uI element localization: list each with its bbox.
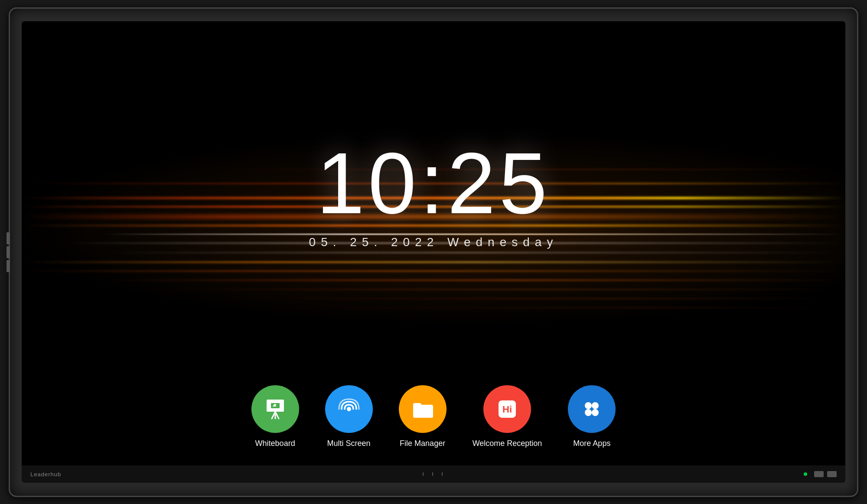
svg-point-11	[585, 409, 592, 416]
moreapps-label: More Apps	[573, 439, 610, 448]
main-content: 10:25 05. 25. 2022 Wednesday	[22, 21, 845, 385]
side-button-2[interactable]	[7, 246, 10, 258]
welcome-icon-bg: Hi	[483, 385, 531, 433]
app-welcome[interactable]: Hi Welcome Reception	[473, 385, 542, 448]
moreapps-icon-bg	[568, 385, 616, 433]
svg-point-10	[592, 402, 599, 409]
side-button-1[interactable]	[7, 232, 10, 244]
app-moreapps[interactable]: More Apps	[568, 385, 616, 448]
tick-1	[423, 472, 424, 476]
app-filemanager[interactable]: File Manager	[399, 385, 447, 448]
brand-logo: Leaderhub	[30, 471, 61, 478]
bottom-indicators	[804, 471, 837, 477]
screen: 10:25 05. 25. 2022 Wednesday	[22, 21, 845, 483]
side-button-3[interactable]	[7, 260, 10, 272]
welcome-svg: Hi	[494, 396, 520, 422]
tick-3	[442, 472, 443, 476]
monitor: 10:25 05. 25. 2022 Wednesday	[9, 7, 858, 497]
moreapps-svg	[579, 396, 605, 422]
whiteboard-icon-bg	[251, 385, 299, 433]
bottom-nav-icons	[814, 471, 837, 477]
tick-2	[432, 472, 433, 476]
nav-btn-2[interactable]	[827, 471, 837, 477]
svg-point-12	[592, 409, 599, 416]
svg-point-6	[347, 407, 351, 411]
multiscreen-svg	[336, 396, 362, 422]
app-whiteboard[interactable]: Whiteboard	[251, 385, 299, 448]
nav-btn-1[interactable]	[814, 471, 824, 477]
bottom-center-ticks	[423, 472, 443, 476]
app-multiscreen[interactable]: Multi Screen	[325, 385, 373, 448]
multiscreen-icon-bg	[325, 385, 373, 433]
svg-text:Hi: Hi	[502, 404, 512, 415]
side-buttons	[7, 232, 10, 272]
filemanager-label: File Manager	[400, 439, 445, 448]
filemanager-svg	[410, 396, 436, 422]
bottom-bar: Leaderhub	[22, 465, 845, 483]
svg-point-5	[274, 404, 276, 406]
svg-point-9	[585, 402, 592, 409]
power-indicator	[804, 472, 807, 476]
clock-display: 10:25	[316, 140, 551, 227]
whiteboard-svg	[262, 396, 288, 422]
date-display: 05. 25. 2022 Wednesday	[309, 235, 558, 249]
multiscreen-label: Multi Screen	[327, 439, 371, 448]
filemanager-icon-bg	[399, 385, 447, 433]
welcome-label: Welcome Reception	[473, 439, 542, 448]
whiteboard-label: Whiteboard	[255, 439, 295, 448]
